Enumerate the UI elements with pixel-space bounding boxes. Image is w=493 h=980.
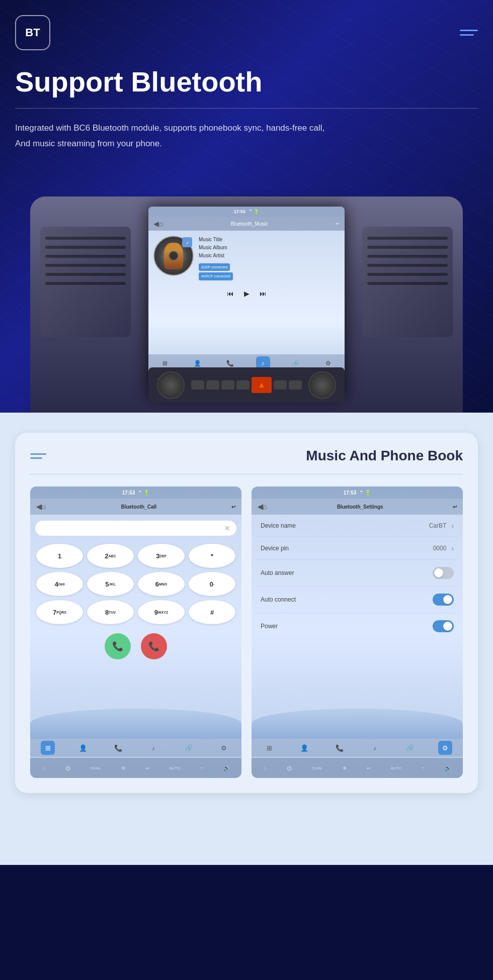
power-row: Power xyxy=(256,613,459,639)
settings-home-icon[interactable]: ⌂ xyxy=(263,503,267,511)
ctrl-btn-1[interactable] xyxy=(191,380,204,389)
next-track-icon[interactable]: ⏭ xyxy=(260,289,267,298)
auto-connect-toggle[interactable] xyxy=(433,594,454,606)
settings-climate-dual-text: DUAL xyxy=(312,766,322,770)
settings-back-icon[interactable]: ◀ xyxy=(258,503,263,511)
ctrl-btn-6[interactable] xyxy=(289,380,302,389)
dial-btn-9[interactable]: 9WXYZ xyxy=(138,600,185,624)
dial-btn-2[interactable]: 2ABC xyxy=(87,544,134,568)
vent-slat xyxy=(45,282,126,285)
call-status-bar: 17:53 ⌃ 🔋 xyxy=(30,486,241,499)
call-nav-bar: ◀ ⌂ Bluetooth_Call ↩ xyxy=(30,499,241,515)
dial-btn-star[interactable]: * xyxy=(189,544,235,568)
wave-decoration xyxy=(30,709,241,739)
call-nav-music-icon[interactable]: ♪ xyxy=(146,741,160,755)
power-toggle[interactable] xyxy=(433,620,454,632)
settings-climate-fan-icon: ❄ xyxy=(343,765,347,771)
card-menu-icon[interactable] xyxy=(30,453,46,459)
climate-dual: DUAL xyxy=(91,766,101,770)
answer-call-button[interactable]: 📞 xyxy=(105,633,131,659)
mini-music-content: ♪ Music Title Music Album Music Artist A… xyxy=(148,231,345,285)
climate-power-icon: ⏻ xyxy=(65,765,70,771)
call-back-nav-icon[interactable]: ↩ xyxy=(231,504,235,510)
dial-btn-hash[interactable]: # xyxy=(189,600,235,624)
auto-answer-label: Auto answer xyxy=(261,569,294,576)
settings-back-nav-icon[interactable]: ↩ xyxy=(453,504,457,510)
climate-fan-icon: ❄ xyxy=(121,765,125,771)
device-name-value: CarBT xyxy=(429,522,447,529)
dial-btn-5[interactable]: 5JKL xyxy=(87,572,134,596)
card-title: Music And Phone Book xyxy=(306,448,463,464)
climate-airflow-icon: ~ xyxy=(200,765,203,771)
settings-nav-apps-icon[interactable]: ⊞ xyxy=(262,741,276,755)
track-info: Music Title Music Album Music Artist A2D… xyxy=(199,236,340,280)
call-climate-bar: ⌂ ⏻ DUAL ❄ ↩ AUTO xyxy=(30,758,241,778)
device-pin-row[interactable]: Device pin 0000 › xyxy=(256,537,459,560)
settings-climate-home: ⌂ xyxy=(264,765,267,771)
auto-answer-toggle[interactable] xyxy=(433,567,454,579)
ctrl-btn-5[interactable] xyxy=(274,380,287,389)
settings-climate-volume: 🔊 xyxy=(445,765,451,771)
climate-dual-text: DUAL xyxy=(91,766,101,770)
dial-btn-7[interactable]: 7PQRS xyxy=(36,600,83,624)
call-home-icon[interactable]: ⌂ xyxy=(42,503,46,511)
end-call-button[interactable]: 📞 xyxy=(141,633,167,659)
dial-btn-1[interactable]: 1 xyxy=(36,544,83,568)
vent-slat xyxy=(45,237,126,240)
play-icon[interactable]: ▶ xyxy=(244,289,250,298)
device-pin-label: Device pin xyxy=(261,545,289,552)
right-control-knob[interactable] xyxy=(308,371,336,399)
bottom-section: Music And Phone Book 17:53 ⌃ 🔋 ◀ ⌂ Bluet… xyxy=(0,413,493,865)
clear-dial-icon[interactable]: ✕ xyxy=(224,524,230,532)
toggle-knob xyxy=(434,568,443,577)
music-playback-controls: ⏮ ▶ ⏭ xyxy=(148,285,345,302)
settings-nav-settings-icon[interactable]: ⚙ xyxy=(438,741,452,755)
dial-btn-4[interactable]: 4GHI xyxy=(36,572,83,596)
dial-btn-6[interactable]: 6MNO xyxy=(138,572,185,596)
vent-slat xyxy=(45,255,126,258)
dial-btn-8[interactable]: 8TUV xyxy=(87,600,134,624)
a2dp-badge: A2DP connected xyxy=(199,263,230,271)
left-control-knob[interactable] xyxy=(157,371,185,399)
car-mockup-section: 17:53 ⌃ 🔋 ◀ ⌂ Bluetooth_Music ↩ xyxy=(15,171,478,413)
climate-airflow: ~ xyxy=(200,765,203,771)
call-nav-contacts-icon[interactable]: 👤 xyxy=(76,741,90,755)
device-name-row[interactable]: Device name CarBT › xyxy=(256,515,459,537)
mini-status-bar: 17:53 ⌃ 🔋 xyxy=(148,207,345,217)
climate-recirculate: ↩ xyxy=(145,765,149,771)
prev-track-icon[interactable]: ⏮ xyxy=(227,289,234,298)
call-nav-apps-icon[interactable]: ⊞ xyxy=(41,741,55,755)
device-pin-value: 0000 xyxy=(433,545,447,552)
hazard-button[interactable]: ▲ xyxy=(252,377,272,393)
call-nav-phone-icon[interactable]: 📞 xyxy=(111,741,125,755)
settings-nav-phone-icon[interactable]: 📞 xyxy=(333,741,347,755)
call-back-icon[interactable]: ◀ xyxy=(36,503,42,511)
settings-nav-link-icon[interactable]: 🔗 xyxy=(403,741,417,755)
settings-climate-volume-icon: 🔊 xyxy=(445,765,451,771)
settings-nav-music-icon[interactable]: ♪ xyxy=(368,741,382,755)
call-screen-bottom-nav: ⊞ 👤 📞 ♪ 🔗 ⚙ xyxy=(30,739,241,757)
card-header: Music And Phone Book xyxy=(30,448,463,464)
power-label: Power xyxy=(261,623,278,630)
ctrl-btn-2[interactable] xyxy=(206,380,219,389)
settings-nav-contacts-icon[interactable]: 👤 xyxy=(297,741,311,755)
settings-climate-bar: ⌂ ⏻ DUAL ❄ ↩ AUTO xyxy=(252,758,463,778)
vent-slat xyxy=(367,255,448,258)
climate-auto-text: AUTO xyxy=(169,766,180,770)
ctrl-btn-3[interactable] xyxy=(221,380,234,389)
vent-slats-right xyxy=(362,227,453,295)
dial-btn-3[interactable]: 3DEF xyxy=(138,544,185,568)
call-nav-link-icon[interactable]: 🔗 xyxy=(182,741,196,755)
dial-btn-0[interactable]: 0- xyxy=(189,572,235,596)
device-pin-chevron-icon: › xyxy=(451,544,454,552)
vent-slat xyxy=(45,273,126,276)
dial-search-bar[interactable]: ✕ xyxy=(35,521,236,536)
phone-screen-settings: 17:53 ⌃ 🔋 ◀ ⌂ Bluetooth_Settings ↩ Devic… xyxy=(252,486,463,778)
vent-slat xyxy=(367,282,448,285)
menu-button[interactable] xyxy=(460,30,478,36)
right-vent xyxy=(362,227,453,337)
call-buttons-row: 📞 📞 xyxy=(30,628,241,664)
ctrl-btn-4[interactable] xyxy=(236,380,250,389)
mini-nav-bar: ◀ ⌂ Bluetooth_Music ↩ xyxy=(148,217,345,231)
call-nav-settings-icon[interactable]: ⚙ xyxy=(217,741,231,755)
